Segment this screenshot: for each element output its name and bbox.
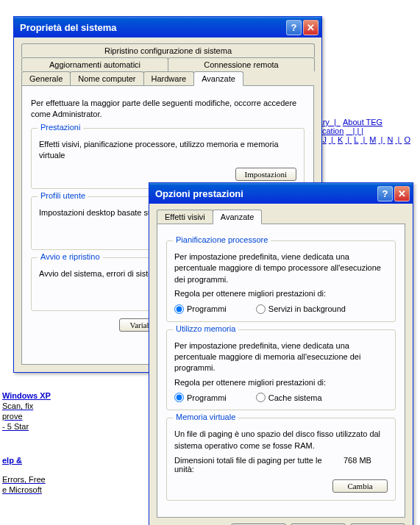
dialog1-titlebar[interactable]: Proprietà del sistema ? ✕	[14, 17, 321, 38]
dialog2-titlebar[interactable]: Opzioni prestazioni ? ✕	[149, 183, 413, 204]
bg-left-column: Windows XP Scan, fix prove - 5 Star elp …	[2, 390, 51, 496]
tab-system-restore[interactable]: Ripristino configurazione di sistema	[21, 43, 315, 57]
performance-group: Prestazioni Effetti visivi, pianificazio…	[31, 128, 305, 189]
performance-options-dialog: Opzioni prestazioni ? ✕ Effetti visivi A…	[149, 182, 413, 525]
performance-settings-button[interactable]: Impostazioni	[235, 168, 296, 181]
tab-remote[interactable]: Connessione remota	[168, 57, 315, 71]
memory-usage-legend: Utilizzo memoria	[173, 324, 238, 333]
close-icon[interactable]: ✕	[394, 186, 410, 201]
radio-background-cpu[interactable]: Servizi in background	[256, 304, 346, 314]
tab-advanced-perf[interactable]: Avanzate	[213, 210, 263, 224]
user-profiles-legend: Profili utente	[38, 191, 88, 200]
radio-programs-cpu[interactable]: Programmi	[174, 304, 227, 314]
processor-scheduling-group: Pianificazione processore Per impostazio…	[166, 240, 396, 322]
dialog1-title: Proprietà del sistema	[17, 22, 285, 33]
bg-nav-links: tary | About TEG fication | | | | J | K …	[316, 118, 413, 144]
close-icon[interactable]: ✕	[303, 20, 318, 35]
radio-cache-mem[interactable]: Cache sistema	[256, 393, 322, 402]
tab-general[interactable]: Generale	[21, 71, 71, 85]
tab-visual-effects[interactable]: Effetti visivi	[157, 210, 213, 224]
virtual-memory-legend: Memoria virtuale	[173, 413, 238, 421]
virtual-memory-group: Memoria virtuale Un file di paging è uno…	[166, 418, 396, 501]
paging-size-value: 768 MB	[344, 456, 388, 474]
tab-hardware[interactable]: Hardware	[143, 71, 195, 85]
dialog2-title: Opzioni prestazioni	[152, 188, 376, 199]
processor-scheduling-legend: Pianificazione processore	[173, 235, 271, 244]
help-icon[interactable]: ?	[377, 186, 393, 201]
admin-notice: Per effettuare la maggior parte delle se…	[31, 98, 305, 121]
memory-usage-group: Utilizzo memoria Per impostazione predef…	[166, 329, 396, 411]
tab-auto-updates[interactable]: Aggiornamenti automatici	[21, 57, 168, 71]
tab-computer-name[interactable]: Nome computer	[70, 71, 143, 85]
about-link[interactable]: About TEG	[343, 118, 382, 126]
change-vm-button[interactable]: Cambia	[332, 479, 388, 493]
tab-advanced[interactable]: Avanzate	[193, 71, 243, 86]
help-icon[interactable]: ?	[286, 20, 302, 35]
radio-programs-mem[interactable]: Programmi	[174, 393, 227, 402]
startup-recovery-legend: Avvio e ripristino	[38, 252, 103, 261]
help-link[interactable]: elp &	[2, 456, 51, 465]
performance-legend: Prestazioni	[38, 123, 83, 132]
windows-xp-link[interactable]: Windows XP	[2, 391, 51, 400]
paging-size-label: Dimensioni totali file di paging per tut…	[174, 456, 344, 474]
